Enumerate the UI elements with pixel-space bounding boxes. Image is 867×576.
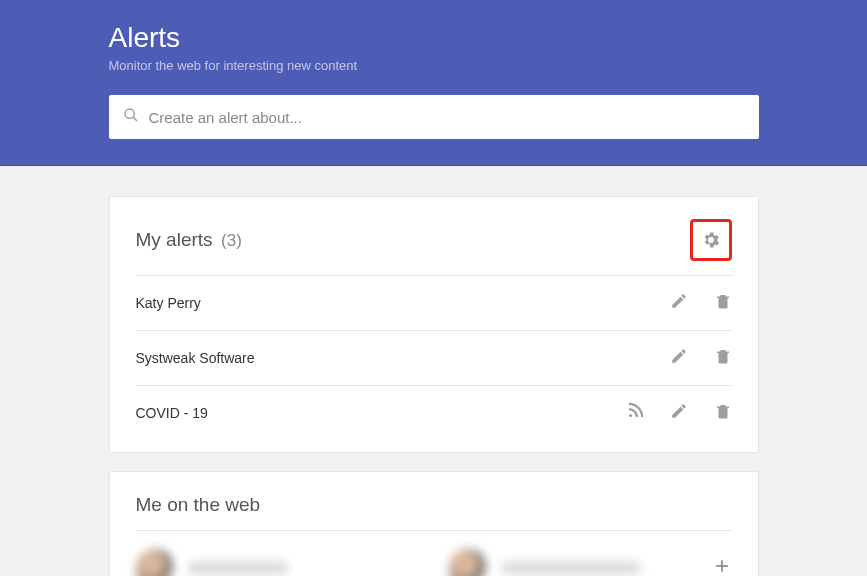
trash-icon[interactable] — [714, 292, 732, 314]
plus-icon[interactable] — [712, 556, 732, 576]
alert-name: COVID - 19 — [136, 405, 208, 421]
page-subtitle: Monitor the web for interesting new cont… — [109, 58, 759, 73]
svg-point-2 — [629, 414, 632, 417]
search-icon — [123, 107, 139, 127]
gear-icon[interactable] — [701, 236, 721, 253]
alert-name: Systweak Software — [136, 350, 255, 366]
my-alerts-card: My alerts (3) Katy Perry Systweak Softwa… — [109, 196, 759, 453]
search-box[interactable] — [109, 95, 759, 139]
alert-row: COVID - 19 — [136, 385, 732, 440]
web-item-label — [188, 561, 288, 575]
pencil-icon[interactable] — [670, 292, 688, 314]
web-item[interactable] — [136, 549, 419, 576]
pencil-icon[interactable] — [670, 347, 688, 369]
alert-row: Katy Perry — [136, 275, 732, 330]
rss-icon[interactable] — [626, 402, 644, 424]
web-item[interactable] — [449, 549, 732, 576]
settings-highlight — [690, 219, 732, 261]
my-alerts-count: (3) — [221, 231, 242, 250]
me-on-web-card: Me on the web — [109, 471, 759, 576]
my-alerts-title: My alerts — [136, 229, 213, 250]
pencil-icon[interactable] — [670, 402, 688, 424]
trash-icon[interactable] — [714, 347, 732, 369]
page-title: Alerts — [109, 22, 759, 54]
avatar — [136, 549, 174, 576]
svg-line-1 — [133, 117, 137, 121]
alert-name: Katy Perry — [136, 295, 201, 311]
svg-point-0 — [125, 109, 134, 118]
avatar — [449, 549, 487, 576]
web-item-label — [501, 561, 641, 575]
trash-icon[interactable] — [714, 402, 732, 424]
header: Alerts Monitor the web for interesting n… — [0, 0, 867, 166]
me-on-web-title: Me on the web — [136, 494, 732, 516]
alert-row: Systweak Software — [136, 330, 732, 385]
search-input[interactable] — [149, 109, 745, 126]
